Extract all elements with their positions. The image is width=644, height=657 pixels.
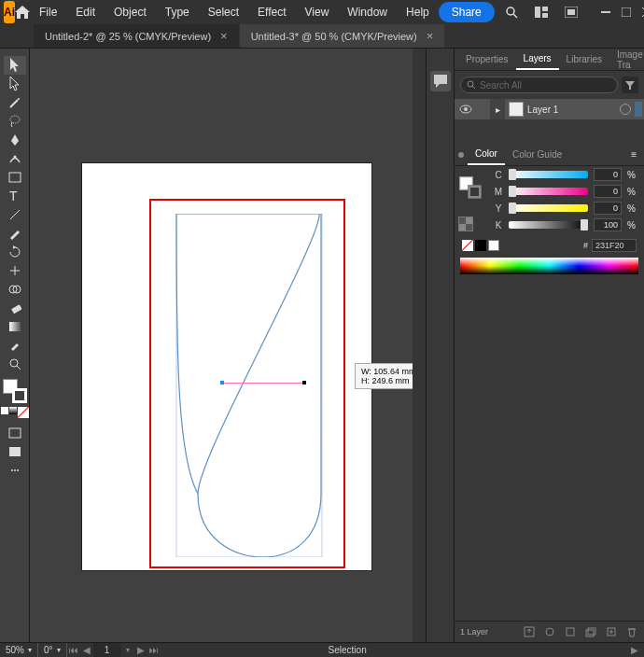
type-tool[interactable]: T	[4, 187, 26, 205]
menu-select[interactable]: Select	[199, 0, 248, 24]
hex-input[interactable]	[592, 239, 637, 252]
delete-layer-icon[interactable]	[625, 625, 638, 638]
tab-color[interactable]: Color	[468, 144, 505, 165]
arrange-icon[interactable]	[528, 1, 554, 23]
pen-tool[interactable]	[4, 131, 26, 149]
menu-effect[interactable]: Effect	[248, 0, 295, 24]
close-button[interactable]	[637, 4, 644, 21]
document-tab[interactable]: Untitled-2* @ 25 % (CMYK/Preview) ×	[34, 24, 239, 48]
locate-object-icon[interactable]	[543, 625, 556, 638]
share-button[interactable]: Share	[439, 2, 495, 22]
paintbrush-tool[interactable]	[4, 224, 26, 243]
menu-edit[interactable]: Edit	[66, 0, 105, 24]
edit-toolbar[interactable]	[4, 461, 26, 480]
layer-export-icon[interactable]	[523, 625, 536, 638]
selection-tool[interactable]	[4, 56, 26, 75]
layer-name[interactable]: Layer 1	[527, 105, 558, 115]
new-sublayer-icon[interactable]	[584, 625, 597, 638]
color-fill-stroke[interactable]	[459, 176, 481, 198]
color-mode[interactable]	[1, 407, 8, 414]
none-color-swatch[interactable]	[462, 240, 473, 251]
out-of-gamut-icon[interactable]	[458, 217, 473, 231]
eyedropper-tool[interactable]	[4, 336, 26, 355]
curvature-tool[interactable]	[4, 149, 26, 168]
canvas[interactable]: W: 105.64 mm H: 249.6 mm	[30, 49, 426, 642]
layer-filter-button[interactable]	[622, 77, 638, 93]
tab-layers[interactable]: Layers	[516, 49, 559, 70]
svg-text:T: T	[9, 189, 18, 203]
width-tool[interactable]	[4, 261, 26, 280]
white-swatch[interactable]	[488, 240, 499, 251]
home-button[interactable]	[15, 0, 30, 24]
shape-builder-tool[interactable]	[4, 280, 26, 299]
layer-row[interactable]: ▸ Layer 1	[455, 99, 644, 119]
search-icon[interactable]	[498, 1, 525, 23]
scrollbar-vertical[interactable]	[413, 49, 426, 642]
zoom-tool[interactable]	[4, 355, 26, 373]
y-value[interactable]: 0	[594, 202, 622, 215]
direct-selection-tool[interactable]	[4, 75, 26, 93]
layer-expand-toggle[interactable]: ▸	[490, 99, 505, 119]
comments-panel-icon[interactable]	[430, 71, 451, 91]
tab-libraries[interactable]: Libraries	[559, 49, 609, 69]
panel-menu-icon[interactable]: ≡	[627, 149, 640, 160]
tab-properties[interactable]: Properties	[458, 49, 516, 69]
lasso-tool[interactable]	[4, 112, 26, 131]
k-value[interactable]: 100	[594, 218, 622, 231]
c-slider[interactable]	[509, 171, 588, 178]
magic-wand-tool[interactable]	[4, 93, 26, 112]
panel-collapse-icon[interactable]	[458, 152, 464, 158]
tab-image-trace[interactable]: Image Tra	[609, 45, 644, 75]
menu-type[interactable]: Type	[156, 0, 199, 24]
m-value[interactable]: 0	[594, 185, 622, 198]
gradient-tool[interactable]	[4, 317, 26, 336]
artboard-number[interactable]: 1	[93, 643, 121, 657]
menu-file[interactable]: File	[30, 0, 66, 24]
k-slider[interactable]	[509, 221, 588, 229]
unit: %	[627, 220, 637, 231]
m-slider[interactable]	[509, 188, 588, 195]
menu-object[interactable]: Object	[105, 0, 156, 24]
blue-curve-object[interactable]	[161, 214, 325, 557]
none-mode[interactable]	[18, 407, 29, 418]
next-artboard-button[interactable]: ▶	[134, 644, 147, 657]
black-swatch[interactable]	[475, 240, 486, 251]
gradient-mode[interactable]	[9, 407, 17, 414]
stroke-color[interactable]	[12, 388, 27, 403]
artboard[interactable]	[81, 162, 372, 571]
last-artboard-button[interactable]: ⏭	[147, 644, 161, 657]
svg-line-17	[10, 210, 20, 219]
prev-artboard-button[interactable]: ◀	[80, 644, 93, 657]
eraser-tool[interactable]	[4, 299, 26, 317]
layer-target-icon[interactable]	[620, 104, 631, 115]
zoom-field[interactable]: 50% ▾	[0, 643, 38, 657]
minimize-button[interactable]	[595, 4, 616, 21]
fill-stroke-swatch[interactable]	[3, 379, 27, 403]
current-tool-label: Selection	[329, 645, 367, 655]
layer-search-input[interactable]: Search All	[460, 77, 618, 93]
first-artboard-button[interactable]: ⏮	[67, 644, 80, 657]
workspace-icon[interactable]	[558, 1, 584, 23]
tab-close-icon[interactable]: ×	[427, 29, 434, 43]
c-value[interactable]: 0	[594, 168, 622, 181]
status-scroll-right[interactable]: ▶	[631, 644, 644, 657]
rotation-field[interactable]: 0° ▾	[38, 643, 67, 657]
tab-close-icon[interactable]: ×	[220, 29, 228, 43]
menu-help[interactable]: Help	[397, 0, 439, 24]
artboard-dropdown[interactable]: ▾	[121, 644, 134, 657]
maximize-button[interactable]	[616, 4, 637, 21]
menu-window[interactable]: Window	[338, 0, 397, 24]
line-tool[interactable]	[4, 205, 26, 224]
rotate-tool[interactable]	[4, 243, 26, 261]
rectangle-tool[interactable]	[4, 168, 26, 187]
screen-mode[interactable]	[4, 442, 26, 461]
tab-color-guide[interactable]: Color Guide	[505, 145, 569, 164]
make-clip-icon[interactable]	[564, 625, 577, 638]
color-spectrum[interactable]	[460, 258, 638, 274]
draw-mode[interactable]	[4, 424, 26, 442]
visibility-toggle[interactable]	[455, 105, 477, 114]
menu-view[interactable]: View	[296, 0, 339, 24]
new-layer-icon[interactable]	[605, 625, 618, 638]
document-tab[interactable]: Untitled-3* @ 50 % (CMYK/Preview) ×	[240, 24, 445, 48]
y-slider[interactable]	[509, 204, 588, 212]
